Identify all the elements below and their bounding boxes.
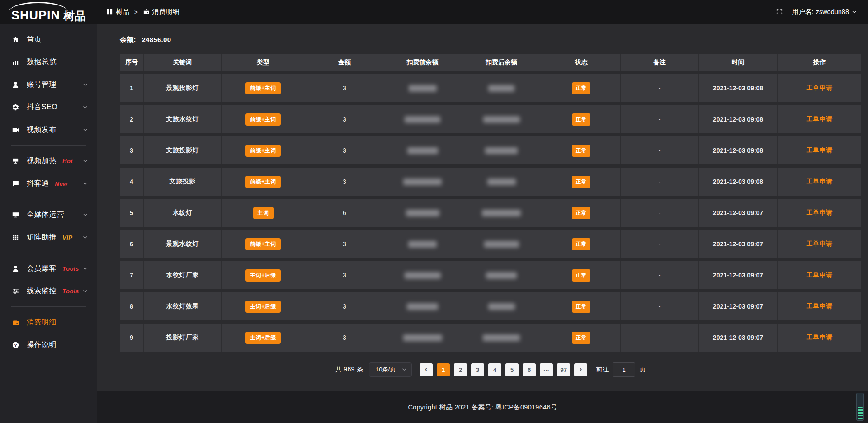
type-badge: 前缀+主词 <box>245 145 281 157</box>
type-badge: 前缀+主词 <box>245 82 281 94</box>
cell-type: 前缀+主词 <box>222 105 305 133</box>
app-grid-icon <box>106 9 113 15</box>
chevron-down-icon <box>82 127 88 133</box>
scrollbar-widget-stripes <box>858 407 863 419</box>
pagination-page-5[interactable]: 5 <box>505 363 519 376</box>
balance: 余额: 24856.00 <box>120 36 868 44</box>
column-header-2: 关键词 <box>144 54 222 71</box>
pagination-next-button[interactable]: › <box>574 363 587 376</box>
blurred-balance <box>409 85 437 92</box>
chevron-down-icon <box>82 82 88 88</box>
table-header-row: 序号关键词类型金额扣费前余额扣费后余额状态备注时间操作 <box>120 54 861 71</box>
status-badge: 正常 <box>572 82 590 94</box>
sidebar-item-badge: Tools <box>62 265 79 272</box>
pagination-page-97[interactable]: 97 <box>557 363 570 376</box>
work-order-apply-link[interactable]: 工单申请 <box>807 209 833 217</box>
chat-icon <box>11 180 20 188</box>
cell-pre-balance-masked <box>384 261 461 289</box>
cell-keyword: 水纹灯厂家 <box>144 261 222 289</box>
pagination-page-3[interactable]: 3 <box>471 363 484 376</box>
cell-keyword: 水纹灯效果 <box>144 292 222 320</box>
breadcrumb: 树品 > 消费明细 <box>106 8 179 16</box>
cell-remark: - <box>621 168 699 196</box>
work-order-apply-link[interactable]: 工单申请 <box>807 240 833 248</box>
cell-amount: 3 <box>305 230 384 258</box>
cell-amount: 3 <box>305 324 384 352</box>
cell-pre-balance-masked <box>384 292 461 320</box>
sidebar-item-douyin-seo[interactable]: 抖音SEO <box>0 96 97 118</box>
logo-arc <box>9 2 68 12</box>
pagination-page-4[interactable]: 4 <box>488 363 501 376</box>
home-icon <box>11 36 20 43</box>
balance-value: 24856.00 <box>142 36 171 43</box>
fullscreen-icon[interactable] <box>776 8 783 15</box>
status-badge: 正常 <box>572 176 590 188</box>
sidebar-item-douketong[interactable]: 抖客通New <box>0 172 97 195</box>
cell-keyword: 文旅投影 <box>144 168 222 196</box>
cell-pre-balance-masked <box>384 105 461 133</box>
pagination-page-1[interactable]: 1 <box>437 363 450 376</box>
work-order-apply-link[interactable]: 工单申请 <box>807 178 833 186</box>
user-menu[interactable]: 用户名: zswodun88 <box>792 8 857 16</box>
column-header-1: 序号 <box>120 54 144 71</box>
cell-remark: - <box>621 230 699 258</box>
cell-action: 工单申请 <box>778 230 861 258</box>
sidebar-item-account-management[interactable]: 账号管理 <box>0 73 97 96</box>
type-badge: 前缀+主词 <box>245 113 281 126</box>
pagination-ellipsis-button[interactable]: ··· <box>540 363 553 376</box>
topbar: SHUPIN 树品 树品 > 消费明细 用户名: zswodun88 <box>0 0 868 24</box>
cell-index: 1 <box>120 74 144 102</box>
table-row: 2文旅水纹灯前缀+主词3正常-2021-12-03 09:08工单申请 <box>120 105 861 133</box>
cell-pre-balance-masked <box>384 136 461 164</box>
status-badge: 正常 <box>572 145 590 157</box>
blurred-balance <box>405 116 440 123</box>
type-badge: 前缀+主词 <box>245 176 281 188</box>
pagination-page-2[interactable]: 2 <box>454 363 467 376</box>
sidebar-item-matrix-boost[interactable]: 矩阵助推VIP <box>0 226 97 249</box>
chevron-down-icon <box>82 181 88 187</box>
cell-status: 正常 <box>542 292 621 320</box>
blurred-balance <box>488 303 515 310</box>
work-order-apply-link[interactable]: 工单申请 <box>807 271 833 279</box>
chevron-down-icon <box>82 235 88 240</box>
topbar-right: 用户名: zswodun88 <box>776 8 868 16</box>
cell-remark: - <box>621 74 699 102</box>
sidebar-item-data-overview[interactable]: 数据总览 <box>0 51 97 73</box>
cell-remark: - <box>621 199 699 227</box>
app-logo[interactable]: SHUPIN 树品 <box>0 0 97 24</box>
sidebar-item-video-heating[interactable]: 视频加热Hot <box>0 150 97 172</box>
work-order-apply-link[interactable]: 工单申请 <box>807 115 833 123</box>
cell-amount: 3 <box>305 136 384 164</box>
status-badge: 正常 <box>572 113 590 126</box>
pagination-prev-button[interactable]: ‹ <box>420 363 433 376</box>
page-size-select[interactable]: 10条/页 <box>369 362 412 377</box>
sidebar-item-video-publish[interactable]: 视频发布 <box>0 118 97 141</box>
sidebar-item-consumption-detail[interactable]: 消费明细 <box>0 311 97 334</box>
work-order-apply-link[interactable]: 工单申请 <box>807 302 833 310</box>
sidebar-item-label: 线索监控 <box>27 287 57 296</box>
sidebar-item-home[interactable]: 首页 <box>0 28 97 51</box>
pagination-goto: 前往页 <box>596 362 646 377</box>
breadcrumb-item-root[interactable]: 树品 <box>106 8 129 16</box>
sidebar-item-label: 矩阵助推 <box>27 233 57 242</box>
goto-page-input[interactable] <box>613 362 635 377</box>
cell-index: 6 <box>120 230 144 258</box>
cell-keyword: 投影灯厂家 <box>144 324 222 352</box>
cell-pre-balance-masked <box>384 230 461 258</box>
work-order-apply-link[interactable]: 工单申请 <box>807 84 833 92</box>
status-badge: 正常 <box>572 332 590 344</box>
cell-type: 前缀+主词 <box>222 74 305 102</box>
sidebar-item-member-baoke[interactable]: 会员爆客Tools <box>0 257 97 280</box>
sidebar-item-media-operation[interactable]: 全媒体运营 <box>0 203 97 226</box>
cell-keyword: 文旅水纹灯 <box>144 105 222 133</box>
breadcrumb-separator: > <box>134 9 138 15</box>
pagination-page-6[interactable]: 6 <box>523 363 536 376</box>
cell-type: 主词+后缀 <box>222 292 305 320</box>
cell-post-balance-masked <box>461 199 542 227</box>
work-order-apply-link[interactable]: 工单申请 <box>807 334 833 342</box>
work-order-apply-link[interactable]: 工单申请 <box>807 146 833 155</box>
wallet-icon <box>11 319 20 326</box>
sidebar-item-operation-guide[interactable]: ?操作说明 <box>0 334 97 356</box>
sidebar-item-clue-monitor[interactable]: 线索监控Tools <box>0 280 97 302</box>
type-badge: 主词+后缀 <box>245 332 281 344</box>
